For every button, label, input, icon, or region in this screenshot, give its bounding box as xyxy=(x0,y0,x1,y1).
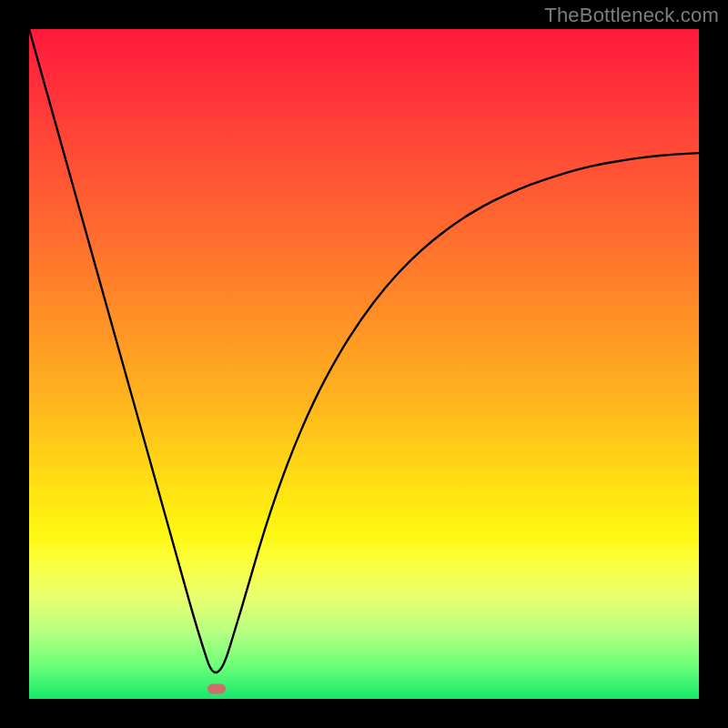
bottleneck-curve xyxy=(29,29,699,672)
chart-frame: TheBottleneck.com xyxy=(0,0,728,728)
plot-area xyxy=(29,29,699,699)
watermark-text: TheBottleneck.com xyxy=(544,4,719,27)
curve-svg xyxy=(29,29,699,699)
minimum-marker xyxy=(207,683,226,693)
